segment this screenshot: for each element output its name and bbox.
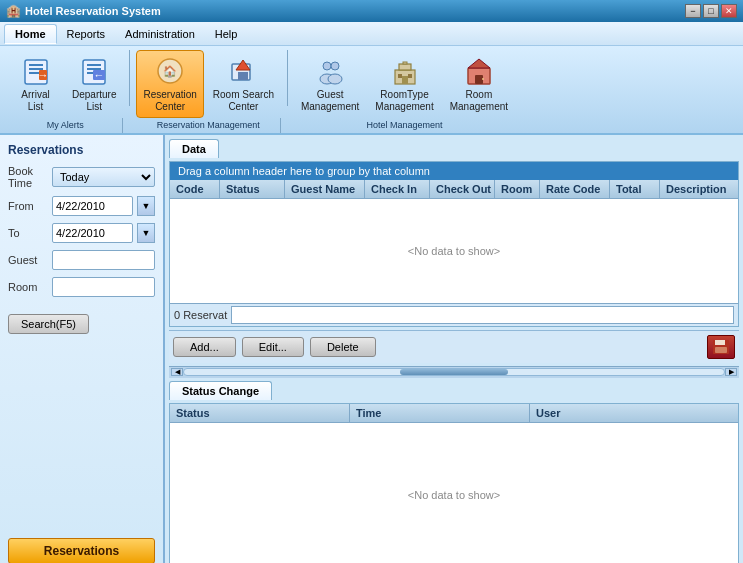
status-col-user: User <box>530 404 738 422</box>
horizontal-scrollbar[interactable]: ◀ ▶ <box>169 366 739 378</box>
to-date-input[interactable] <box>52 223 133 243</box>
menubar: Home Reports Administration Help <box>0 22 743 46</box>
menu-home[interactable]: Home <box>4 24 57 44</box>
guest-row: Guest <box>8 250 155 270</box>
spacer <box>8 338 155 534</box>
room-search-label: Room SearchCenter <box>213 89 274 113</box>
svg-point-17 <box>323 62 331 70</box>
minimize-button[interactable]: − <box>685 4 701 18</box>
titlebar-controls: − □ ✕ <box>685 4 737 18</box>
status-panel: Status Time User <No data to show> <box>169 403 739 564</box>
svg-marker-28 <box>468 59 490 68</box>
room-search-icon <box>227 55 259 87</box>
svg-rect-26 <box>402 76 408 84</box>
reservation-center-icon: 🏠 <box>154 55 186 87</box>
arrival-list-button[interactable]: → ArrivalList <box>8 50 63 118</box>
titlebar: 🏨 Hotel Reservation System − □ ✕ <box>0 0 743 22</box>
hotel-group: GuestManagement RoomTypeManagement <box>294 50 515 133</box>
save-button[interactable] <box>707 335 735 359</box>
svg-text:→: → <box>37 69 48 81</box>
col-status: Status <box>220 180 285 198</box>
guest-icon <box>314 55 346 87</box>
svg-point-18 <box>331 62 339 70</box>
guest-management-button[interactable]: GuestManagement <box>294 50 366 118</box>
svg-rect-24 <box>398 74 402 78</box>
arrival-label: ArrivalList <box>21 89 49 113</box>
svg-rect-32 <box>715 340 725 345</box>
reservation-center-button[interactable]: 🏠 ReservationCenter <box>136 50 203 118</box>
status-tab[interactable]: Status Change <box>169 381 272 400</box>
scroll-left[interactable]: ◀ <box>171 368 183 376</box>
col-checkin: Check In <box>365 180 430 198</box>
room-management-button[interactable]: RoomManagement <box>443 50 515 118</box>
roomtype-icon <box>389 55 421 87</box>
drag-hint: Drag a column header here to group by th… <box>170 162 738 180</box>
reservations-count: 0 Reservat <box>174 309 227 321</box>
status-col-status: Status <box>170 404 350 422</box>
close-button[interactable]: ✕ <box>721 4 737 18</box>
room-search-button[interactable]: Room SearchCenter <box>206 50 281 118</box>
scrollbar-track[interactable] <box>183 368 725 376</box>
hotel-buttons: GuestManagement RoomTypeManagement <box>294 50 515 118</box>
status-table-header: Status Time User <box>170 404 738 423</box>
status-col-time: Time <box>350 404 530 422</box>
arrival-icon: → <box>20 55 52 87</box>
from-date-input[interactable] <box>52 196 133 216</box>
guest-management-label: GuestManagement <box>301 89 359 113</box>
col-total: Total <box>610 180 660 198</box>
hotel-group-label: Hotel Management <box>294 118 515 133</box>
booktime-select[interactable]: Today This Week This Month <box>52 167 155 187</box>
reservation-buttons: 🏠 ReservationCenter Room SearchCenter <box>136 50 281 118</box>
reservation-group-label: Reservation Management <box>136 118 281 133</box>
svg-text:←: ← <box>94 69 105 81</box>
svg-rect-7 <box>87 64 101 66</box>
col-code: Code <box>170 180 220 198</box>
delete-button[interactable]: Delete <box>310 337 376 357</box>
svg-point-30 <box>482 78 484 80</box>
guest-input[interactable] <box>52 250 155 270</box>
svg-rect-1 <box>29 64 43 66</box>
svg-rect-25 <box>408 74 412 78</box>
room-input[interactable] <box>52 277 155 297</box>
col-description: Description <box>660 180 738 198</box>
menu-administration[interactable]: Administration <box>115 25 205 43</box>
data-no-data: <No data to show> <box>170 199 738 303</box>
roomtype-management-button[interactable]: RoomTypeManagement <box>368 50 440 118</box>
status-tab-strip: Status Change <box>169 381 739 400</box>
titlebar-left: 🏨 Hotel Reservation System <box>6 4 161 18</box>
room-management-icon <box>463 55 495 87</box>
alerts-buttons: → ArrivalList ← <box>8 50 123 118</box>
data-footer-input[interactable] <box>231 306 734 324</box>
app-icon: 🏨 <box>6 4 21 18</box>
sidebar-footer: Reservations <box>8 538 155 563</box>
to-date-picker[interactable]: ▼ <box>137 223 155 243</box>
separator-1 <box>129 50 130 106</box>
departure-list-button[interactable]: ← DepartureList <box>65 50 123 118</box>
scroll-right[interactable]: ▶ <box>725 368 737 376</box>
col-checkout: Check Out <box>430 180 495 198</box>
restore-button[interactable]: □ <box>703 4 719 18</box>
from-row: From ▼ <box>8 196 155 216</box>
reservation-center-label: ReservationCenter <box>143 89 196 113</box>
toolbar: → ArrivalList ← <box>0 46 743 135</box>
edit-button[interactable]: Edit... <box>242 337 304 357</box>
search-button[interactable]: Search(F5) <box>8 314 89 334</box>
scrollbar-thumb[interactable] <box>400 369 508 375</box>
action-buttons: Add... Edit... Delete <box>169 330 739 363</box>
add-button[interactable]: Add... <box>173 337 236 357</box>
status-no-data: <No data to show> <box>170 423 738 564</box>
data-panel: Drag a column header here to group by th… <box>169 161 739 327</box>
menu-help[interactable]: Help <box>205 25 248 43</box>
from-date-picker[interactable]: ▼ <box>137 196 155 216</box>
departure-label: DepartureList <box>72 89 116 113</box>
roomtype-management-label: RoomTypeManagement <box>375 89 433 113</box>
to-label: To <box>8 227 48 239</box>
svg-rect-29 <box>475 75 483 84</box>
menu-reports[interactable]: Reports <box>57 25 116 43</box>
sidebar: Reservations Book Time Today This Week T… <box>0 135 165 563</box>
svg-rect-33 <box>715 347 727 353</box>
departure-icon: ← <box>78 55 110 87</box>
svg-point-20 <box>328 74 342 84</box>
toolbar-buttons: → ArrivalList ← <box>8 50 735 133</box>
data-tab[interactable]: Data <box>169 139 219 158</box>
